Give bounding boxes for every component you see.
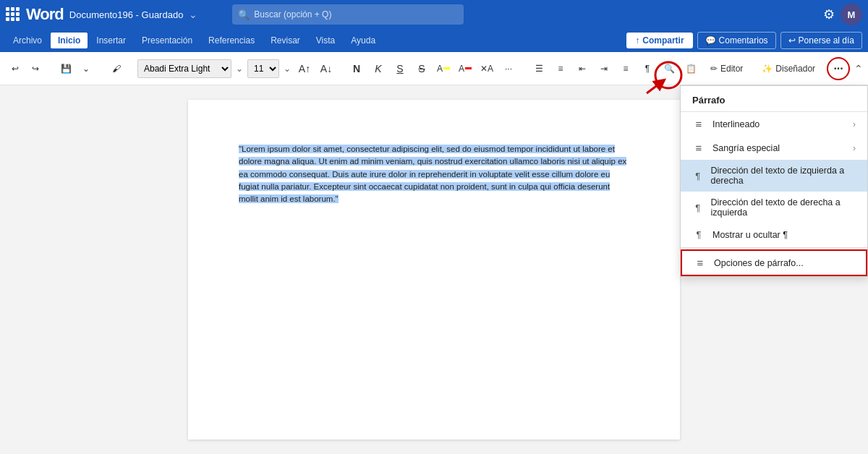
menu-item-mostrar[interactable]: ¶ Mostrar u ocultar ¶ <box>681 223 867 246</box>
word-logo: Word <box>26 5 64 24</box>
title-bar-right: ⚙ M <box>823 4 862 25</box>
interlineado-icon: ≡ <box>692 118 705 130</box>
doc-page: "Lorem ipsum dolor sit amet, consectetur… <box>188 100 680 440</box>
font-size-chevron[interactable]: ⌄ <box>284 64 291 74</box>
menu-item-sangria[interactable]: ≡ Sangría especial › <box>681 136 867 160</box>
menu-item-ltr-left: ¶ Dirección del texto de izquierda a der… <box>692 166 856 186</box>
menu-item-ltr[interactable]: ¶ Dirección del texto de izquierda a der… <box>681 160 867 192</box>
shrink-font-button[interactable]: A↓ <box>317 59 336 79</box>
grow-font-button[interactable]: A↑ <box>295 59 314 79</box>
rtl-icon: ¶ <box>692 202 703 213</box>
toolbar-right: ✏ Editor ✨ Diseñador ··· ⌃ <box>703 57 863 80</box>
doc-title: Documento196 - Guardado <box>69 9 184 20</box>
more-options-button[interactable]: ··· <box>827 57 850 80</box>
svg-line-1 <box>647 82 661 93</box>
menu-item-opciones-left: ≡ Opciones de párrafo... <box>694 257 804 269</box>
clear-format-button[interactable]: ✕A <box>477 59 496 79</box>
redo-button[interactable]: ↪ <box>26 59 45 79</box>
settings-icon[interactable]: ⚙ <box>823 7 835 22</box>
opciones-label: Opciones de párrafo... <box>714 258 804 268</box>
highlight-button[interactable]: A <box>434 59 453 79</box>
undo-group: ↩ ↪ <box>6 59 45 79</box>
underline-button[interactable]: S <box>391 59 409 79</box>
ponerse-button[interactable]: ↩ Ponerse al día <box>780 32 862 49</box>
share-button[interactable]: ↑ Compartir <box>626 33 692 48</box>
alignment-button[interactable]: ≡ <box>616 59 635 79</box>
rtl-label: Dirección del texto de derecha a izquier… <box>710 197 856 218</box>
decrease-indent-button[interactable]: ⇤ <box>573 59 592 79</box>
doc-text: "Lorem ipsum dolor sit amet, consectetur… <box>239 143 629 205</box>
clipboard-button[interactable]: 📋 <box>681 59 700 79</box>
font-name-select[interactable]: Abadi Extra Light <box>137 59 231 78</box>
menu-item-interlineado-left: ≡ Interlineado <box>692 118 760 130</box>
interlineado-label: Interlineado <box>712 119 760 129</box>
strikethrough-button[interactable]: S <box>412 59 431 79</box>
editor-button[interactable]: ✏ Editor <box>703 61 750 77</box>
save-button[interactable]: 💾 <box>56 59 75 79</box>
tab-inicio[interactable]: Inicio <box>51 33 88 48</box>
bold-button[interactable]: N <box>347 59 366 79</box>
ltr-label: Dirección del texto de izquierda a derec… <box>710 166 856 186</box>
menu-item-rtl[interactable]: ¶ Dirección del texto de derecha a izqui… <box>681 192 867 223</box>
selected-text: "Lorem ipsum dolor sit amet, consectetur… <box>239 145 626 203</box>
toolbar: ↩ ↪ 💾 ⌄ 🖌 Abadi Extra Light ⌄ 11 ⌄ A↑ A↓… <box>0 52 868 85</box>
menu-separator <box>681 247 867 248</box>
increase-indent-button[interactable]: ⇥ <box>595 59 613 79</box>
tab-revisar[interactable]: Revisar <box>263 33 307 48</box>
font-name-chevron[interactable]: ⌄ <box>236 64 243 74</box>
title-search: 🔍 <box>232 4 788 25</box>
undo-button[interactable]: ↩ <box>6 59 25 79</box>
ponerse-icon: ↩ <box>788 35 796 46</box>
format-painter-button[interactable]: 🖌 <box>107 59 126 79</box>
interlineado-arrow: › <box>853 119 856 129</box>
opciones-icon: ≡ <box>694 257 707 269</box>
main-area: "Lorem ipsum dolor sit amet, consectetur… <box>0 85 868 454</box>
tab-ayuda[interactable]: Ayuda <box>344 33 383 48</box>
share-icon: ↑ <box>635 35 639 46</box>
menu-item-sangria-left: ≡ Sangría especial <box>692 142 780 154</box>
menu-item-rtl-left: ¶ Dirección del texto de derecha a izqui… <box>692 197 856 218</box>
list-numbers-button[interactable]: ≡ <box>551 59 570 79</box>
collapse-ribbon-button[interactable]: ⌃ <box>854 63 863 74</box>
avatar[interactable]: M <box>841 4 862 25</box>
title-bar-left: Word Documento196 - Guardado ⌄ <box>6 5 197 24</box>
mostrar-icon: ¶ <box>692 229 705 240</box>
red-arrow-indicator <box>639 61 683 104</box>
comments-button[interactable]: 💬 Comentarios <box>697 32 776 49</box>
ribbon-actions: ↑ Compartir 💬 Comentarios ↩ Ponerse al d… <box>626 32 862 49</box>
paragraph-dropdown-menu: Párrafo ≡ Interlineado › ≡ Sangría espec… <box>680 85 868 277</box>
designer-icon: ✨ <box>762 64 773 74</box>
doc-title-chevron[interactable]: ⌄ <box>189 9 197 20</box>
comments-icon: 💬 <box>705 35 716 46</box>
more-format-button[interactable]: ··· <box>499 59 518 79</box>
menu-section-title: Párrafo <box>681 86 867 112</box>
menu-item-mostrar-left: ¶ Mostrar u ocultar ¶ <box>692 229 788 240</box>
list-bullets-button[interactable]: ☰ <box>529 59 548 79</box>
italic-button[interactable]: K <box>369 59 388 79</box>
tab-vista[interactable]: Vista <box>309 33 342 48</box>
tab-presentacion[interactable]: Presentación <box>135 33 200 48</box>
designer-button[interactable]: ✨ Diseñador <box>754 61 822 77</box>
tab-referencias[interactable]: Referencias <box>201 33 262 48</box>
title-bar: Word Documento196 - Guardado ⌄ 🔍 ⚙ M <box>0 0 868 29</box>
menu-item-interlineado[interactable]: ≡ Interlineado › <box>681 112 867 136</box>
save-group: 💾 ⌄ <box>56 59 95 79</box>
sangria-label: Sangría especial <box>712 143 780 153</box>
ribbon-tabs: Archivo Inicio Insertar Presentación Ref… <box>0 29 868 52</box>
tab-insertar[interactable]: Insertar <box>89 33 133 48</box>
apps-icon[interactable] <box>6 7 20 22</box>
font-color-button[interactable]: A <box>456 59 475 79</box>
sangria-icon: ≡ <box>692 142 705 154</box>
editor-icon: ✏ <box>710 64 718 74</box>
search-icon: 🔍 <box>238 9 250 20</box>
tab-archivo[interactable]: Archivo <box>6 33 49 48</box>
search-input[interactable] <box>232 4 464 25</box>
ltr-icon: ¶ <box>692 171 703 181</box>
save-arrow[interactable]: ⌄ <box>77 59 95 79</box>
font-size-select[interactable]: 11 <box>247 59 279 78</box>
menu-item-opciones[interactable]: ≡ Opciones de párrafo... <box>681 249 867 276</box>
sangria-arrow: › <box>853 143 856 153</box>
mostrar-label: Mostrar u ocultar ¶ <box>712 230 788 240</box>
